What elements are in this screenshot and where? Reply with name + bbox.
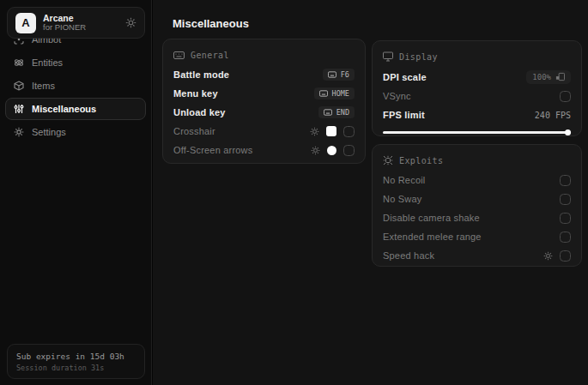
extended-melee-range-label: Extended melee range	[383, 232, 482, 242]
session-duration-text: Session duration 31s	[16, 364, 136, 372]
sidebar-item-label: Settings	[32, 127, 66, 137]
vsync-checkbox[interactable]	[560, 91, 571, 102]
slider-handle[interactable]	[565, 129, 571, 135]
crosshair-label: Crosshair	[173, 126, 215, 136]
bug-icon	[383, 155, 393, 165]
general-panel: General Battle modeF6Menu keyHOMEUnload …	[162, 39, 366, 164]
checkbox[interactable]	[560, 194, 571, 205]
display-panel: Display DPI scale 100% VSync FPS limit 2…	[372, 40, 582, 136]
no-recoil-label: No Recoil	[383, 175, 426, 185]
menu-key-label: Menu key	[173, 88, 218, 99]
keyboard-icon	[324, 108, 332, 117]
app-subtitle: for PIONER	[43, 23, 118, 33]
fps-limit-label: FPS limit	[383, 110, 425, 120]
keybind-badge[interactable]: HOME	[314, 87, 355, 99]
scale-icon	[555, 72, 565, 81]
keybind-badge[interactable]: END	[318, 106, 355, 118]
app-window: A Arcane for PIONER Category AimbotEntit…	[0, 0, 588, 385]
checkbox[interactable]	[343, 126, 355, 137]
entities-icon	[14, 57, 24, 68]
general-panel-title: General	[191, 51, 229, 60]
fps-limit-slider[interactable]	[383, 129, 571, 135]
sidebar-item-settings[interactable]: Settings	[5, 121, 146, 143]
sidebar-nav: AimbotEntitiesItemsMiscellaneousSettings	[0, 28, 151, 143]
disable-camera-shake-label: Disable camera shake	[383, 213, 480, 223]
sidebar-item-entities[interactable]: Entities	[5, 51, 146, 74]
speed-hack-label: Speed hack	[383, 250, 434, 261]
no-sway-label: No Sway	[383, 194, 421, 204]
fps-limit-value: 240 FPS	[535, 111, 571, 120]
main-content: Miscellaneous General Battle modeF6Menu …	[153, 0, 588, 385]
gear-icon	[14, 127, 24, 137]
off-screen-arrows-label: Off-Screen arrows	[173, 145, 252, 155]
sub-expiry-text: Sub expires in 15d 03h	[16, 352, 136, 361]
keybind-value: HOME	[332, 89, 349, 98]
app-settings-button[interactable]	[125, 17, 136, 28]
color-swatch[interactable]	[326, 126, 336, 136]
dpi-scale-label: DPI scale	[383, 72, 427, 82]
keybind-value: F6	[341, 70, 349, 79]
keybind-badge[interactable]: F6	[323, 69, 355, 81]
dpi-scale-value: 100%	[532, 73, 551, 81]
keyboard-icon	[328, 70, 336, 79]
sidebar-item-label: Items	[32, 81, 55, 91]
keyboard-icon	[173, 50, 185, 61]
gear-icon[interactable]	[311, 146, 320, 155]
unload-key-label: Unload key	[173, 107, 226, 117]
keybind-value: END	[336, 108, 349, 117]
page-title: Miscellaneous	[173, 17, 249, 30]
sidebar-item-items[interactable]: Items	[5, 75, 146, 97]
checkbox[interactable]	[560, 175, 571, 186]
checkbox[interactable]	[560, 250, 571, 262]
exploits-panel: Exploits No RecoilNo SwayDisable camera …	[372, 144, 582, 267]
dpi-scale-select[interactable]: 100%	[526, 70, 571, 84]
app-header: A Arcane for PIONER	[7, 7, 145, 39]
misc-icon	[14, 104, 24, 114]
color-swatch[interactable]	[327, 146, 336, 155]
checkbox[interactable]	[560, 232, 571, 243]
slider-fill	[383, 131, 571, 134]
sidebar-item-label: Entities	[32, 57, 63, 68]
sidebar-item-miscellaneous[interactable]: Miscellaneous	[5, 98, 146, 120]
keyboard-icon	[319, 89, 328, 98]
vsync-label: VSync	[383, 91, 411, 101]
sidebar-item-label: Miscellaneous	[32, 104, 96, 114]
gear-icon[interactable]	[310, 127, 319, 136]
subscription-info: Sub expires in 15d 03h Session duration …	[7, 344, 145, 379]
checkbox[interactable]	[560, 213, 571, 224]
items-icon	[14, 81, 24, 91]
display-panel-title: Display	[399, 52, 438, 62]
app-logo: A	[15, 13, 36, 33]
sidebar: A Arcane for PIONER Category AimbotEntit…	[0, 0, 152, 385]
gear-icon[interactable]	[543, 251, 553, 261]
exploits-panel-title: Exploits	[399, 156, 443, 165]
monitor-icon	[383, 51, 393, 62]
checkbox[interactable]	[343, 145, 355, 156]
battle-mode-label: Battle mode	[173, 69, 229, 80]
